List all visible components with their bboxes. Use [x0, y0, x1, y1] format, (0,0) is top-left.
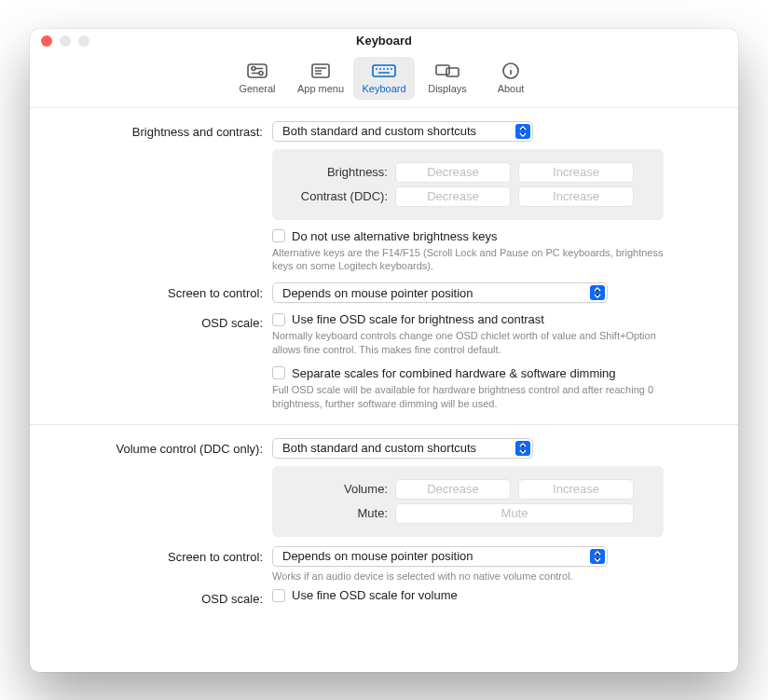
screen-to-control-volume-select[interactable]: Depends on mouse pointer position [272, 546, 608, 567]
tab-app-menu[interactable]: App menu [290, 57, 351, 100]
chevron-up-down-icon [590, 285, 605, 300]
tab-about[interactable]: About [480, 57, 542, 100]
screen-to-control-volume-hint: Works if an audio device is selected wit… [272, 570, 664, 583]
separate-scales-label: Separate scales for combined hardware & … [292, 366, 616, 380]
screen-to-control-select[interactable]: Depends on mouse pointer position [272, 282, 608, 303]
tab-label: Keyboard [355, 83, 413, 94]
select-value: Both standard and custom shortcuts [282, 124, 476, 138]
tab-label: Displays [418, 83, 476, 94]
chevron-up-down-icon [590, 549, 605, 564]
separate-scales-checkbox[interactable] [272, 366, 285, 379]
fine-osd-brightness-hint: Normally keyboard controls change one OS… [272, 329, 664, 357]
volume-control-label: Volume control (DDC only): [58, 438, 272, 456]
displays-icon [418, 61, 476, 81]
close-button[interactable] [41, 35, 52, 47]
tab-label: App menu [292, 83, 350, 94]
keyboard-icon [355, 61, 413, 81]
mute-field[interactable]: Mute [395, 503, 634, 524]
chevron-up-down-icon [515, 441, 530, 456]
osd-scale-label: OSD scale: [58, 312, 272, 330]
alt-brightness-keys-checkbox[interactable] [272, 229, 285, 242]
tab-general[interactable]: General [226, 57, 288, 100]
volume-control-select[interactable]: Both standard and custom shortcuts [272, 438, 533, 459]
brightness-decrease-field[interactable]: Decrease [395, 162, 511, 183]
svg-rect-16 [436, 65, 449, 75]
select-value: Both standard and custom shortcuts [282, 441, 476, 455]
brightness-contrast-label: Brightness and contrast: [58, 121, 272, 139]
volume-decrease-field[interactable]: Decrease [395, 479, 511, 500]
mute-row-label: Mute: [285, 506, 395, 520]
window: Keyboard General App menu [30, 29, 738, 672]
traffic-lights [41, 35, 89, 47]
alt-brightness-keys-hint: Alternative keys are the F14/F15 (Scroll… [272, 246, 664, 274]
separate-scales-hint: Full OSD scale will be available for har… [272, 383, 664, 411]
fine-osd-brightness-label: Use fine OSD scale for brightness and co… [292, 312, 544, 326]
svg-point-1 [252, 66, 255, 70]
separator [30, 424, 738, 425]
fine-osd-brightness-checkbox[interactable] [272, 313, 285, 326]
svg-rect-9 [373, 65, 395, 76]
alt-brightness-keys-label: Do not use alternative brightness keys [292, 229, 497, 243]
osd-scale-volume-label: OSD scale: [58, 588, 272, 606]
brightness-row-label: Brightness: [285, 165, 395, 179]
select-value: Depends on mouse pointer position [282, 286, 473, 300]
content: Brightness and contrast: Both standard a… [30, 108, 738, 672]
minimize-button[interactable] [60, 35, 71, 47]
tab-label: About [482, 83, 540, 94]
svg-point-20 [511, 66, 512, 67]
toolbar: General App menu Keyboard [30, 53, 738, 108]
window-title: Keyboard [356, 34, 412, 48]
select-value: Depends on mouse pointer position [282, 549, 473, 563]
contrast-row-label: Contrast (DDC): [285, 189, 395, 203]
menu-icon [292, 61, 350, 81]
svg-point-3 [259, 71, 263, 75]
chevron-up-down-icon [515, 124, 530, 139]
screen-to-control-volume-label: Screen to control: [58, 546, 272, 564]
tab-keyboard[interactable]: Keyboard [353, 57, 415, 100]
zoom-button[interactable] [78, 35, 89, 47]
svg-rect-0 [248, 64, 267, 77]
fine-osd-volume-label: Use fine OSD scale for volume [292, 588, 458, 602]
info-icon [482, 61, 540, 81]
titlebar: Keyboard [30, 29, 738, 53]
screen-to-control-label: Screen to control: [58, 282, 272, 300]
brightness-contrast-select[interactable]: Both standard and custom shortcuts [272, 121, 533, 142]
contrast-increase-field[interactable]: Increase [518, 186, 634, 207]
fine-osd-volume-checkbox[interactable] [272, 589, 285, 602]
tab-displays[interactable]: Displays [417, 57, 478, 100]
contrast-decrease-field[interactable]: Decrease [395, 186, 511, 207]
tab-label: General [228, 83, 286, 94]
sliders-icon [228, 61, 286, 81]
volume-increase-field[interactable]: Increase [518, 479, 634, 500]
volume-row-label: Volume: [285, 482, 395, 496]
brightness-increase-field[interactable]: Increase [518, 162, 634, 183]
brightness-shortcut-panel: Brightness: Decrease Increase Contrast (… [272, 149, 664, 220]
volume-shortcut-panel: Volume: Decrease Increase Mute: Mute [272, 466, 664, 537]
